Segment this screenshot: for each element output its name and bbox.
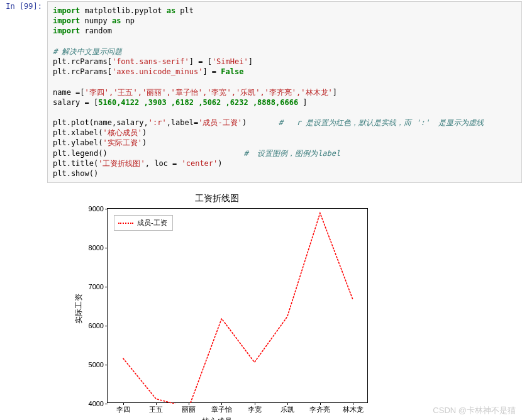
code-text: plt.plot(name,salary, [53,118,148,127]
keyword: as [167,6,175,15]
plot-area: 成员-工资 400050006000700080009000李四王五丽丽章子怡李… [107,208,368,403]
y-tick-label: 7000 [76,283,108,290]
y-tick-label: 8000 [76,244,108,251]
code-text: plt.show() [53,169,98,178]
code-cell: In [99]: import matplotlib.pyplot as plt… [0,0,522,184]
string: 'center' [182,159,218,168]
module: numpy [85,16,108,25]
code-text: plt.ylabel( [53,138,103,147]
data-line [108,209,369,404]
code-text: ) [142,128,147,137]
keyword: import [53,6,80,15]
code-text: ] = [ [189,57,212,66]
code-text: plt.legend() [53,149,108,158]
module: random [85,26,112,35]
string: 'SimHei' [212,57,248,66]
code-text: ] [303,98,307,107]
number: 5160,4122 ,3903 ,6182 ,5062 ,6232 ,8888,… [98,98,303,107]
y-tick-label: 5000 [76,361,108,368]
code-text: plt.title( [53,159,98,168]
code-text: salary = [ [53,98,98,107]
code-input[interactable]: import matplotlib.pyplot as plt import n… [47,1,522,183]
string: 'axes.unicode_minus' [112,67,203,76]
code-text: , loc = [145,159,182,168]
code-text: ) [218,159,222,168]
code-text: plt.rcParams[ [53,67,112,76]
watermark: CSDN @卡林神不是猫 [433,405,516,416]
y-axis-label: 实际工资 [74,294,84,324]
y-tick-label: 9000 [76,205,108,213]
comment: # 设置图例，图例为label [243,149,340,158]
string: '成员-工资' [198,118,242,127]
string: '李四','王五','丽丽','章子怡','李宽','乐凯','李齐亮','林木… [85,88,333,97]
keyword: as [112,16,121,25]
code-text: ) [142,138,147,147]
keyword: import [53,26,80,35]
comment: # 解决中文显示问题 [53,47,122,56]
alias: plt [180,6,194,15]
y-tick-label: 6000 [76,322,108,329]
cell-output: 工资折线图 实际工资 成员-工资 40005000600070008000900… [47,189,522,420]
string: ':r' [148,118,167,127]
code-text: ) [242,118,247,127]
chart-title: 工资折线图 [47,193,387,204]
keyword: import [53,16,80,25]
string: '实际工资' [103,138,142,147]
code-text: plt.xlabel( [53,128,103,137]
code-text: ] [248,57,253,66]
string: '工资折线图' [98,159,145,168]
code-text: plt.rcParams[ [53,57,112,66]
string: '核心成员' [103,128,142,137]
module: matplotlib.pyplot [85,6,162,15]
x-axis-label: 核心成员 [47,416,387,420]
string: 'font.sans-serif' [112,57,189,66]
code-text: ] [333,88,337,97]
y-tick-label: 4000 [76,400,108,407]
code-text: ,label= [167,118,199,127]
cell-prompt: In [99]: [0,1,47,183]
code-text: name =[ [53,88,85,97]
code-text: ] = [203,67,221,76]
alias: np [126,16,135,25]
comment: # r 是设置为红色，默认是实线，而 ':' 是显示为虚线 [279,118,484,127]
builtin: False [221,67,243,76]
chart: 工资折线图 实际工资 成员-工资 40005000600070008000900… [47,189,387,420]
